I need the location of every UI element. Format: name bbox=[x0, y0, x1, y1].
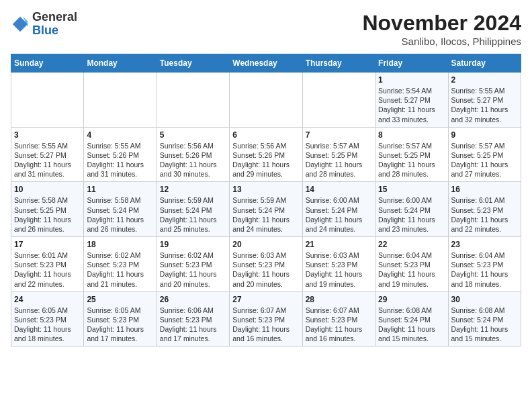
day-number: 26 bbox=[160, 295, 226, 304]
calendar-cell bbox=[157, 73, 229, 128]
weekday-header-row: SundayMondayTuesdayWednesdayThursdayFrid… bbox=[11, 54, 521, 73]
day-info: Sunrise: 6:01 AM Sunset: 5:23 PM Dayligh… bbox=[14, 250, 81, 289]
day-number: 4 bbox=[87, 130, 153, 140]
day-info: Sunrise: 5:55 AM Sunset: 5:26 PM Dayligh… bbox=[87, 141, 153, 179]
day-number: 20 bbox=[232, 240, 299, 249]
weekday-header-friday: Friday bbox=[375, 54, 448, 73]
calendar-cell bbox=[84, 73, 157, 128]
calendar-cell: 3Sunrise: 5:55 AM Sunset: 5:27 PM Daylig… bbox=[11, 127, 84, 182]
day-number: 19 bbox=[160, 240, 226, 249]
calendar-cell: 10Sunrise: 5:58 AM Sunset: 5:25 PM Dayli… bbox=[11, 182, 84, 237]
calendar-cell: 30Sunrise: 6:08 AM Sunset: 5:24 PM Dayli… bbox=[448, 291, 521, 347]
calendar-cell: 6Sunrise: 5:56 AM Sunset: 5:26 PM Daylig… bbox=[230, 127, 302, 182]
day-info: Sunrise: 6:08 AM Sunset: 5:24 PM Dayligh… bbox=[451, 306, 518, 344]
day-info: Sunrise: 6:07 AM Sunset: 5:23 PM Dayligh… bbox=[306, 306, 372, 344]
day-number: 18 bbox=[87, 240, 153, 249]
day-info: Sunrise: 6:05 AM Sunset: 5:23 PM Dayligh… bbox=[87, 306, 153, 344]
day-info: Sunrise: 6:04 AM Sunset: 5:23 PM Dayligh… bbox=[378, 250, 445, 289]
day-info: Sunrise: 5:57 AM Sunset: 5:25 PM Dayligh… bbox=[378, 141, 445, 179]
day-number: 10 bbox=[14, 185, 81, 194]
week-row-1: 1Sunrise: 5:54 AM Sunset: 5:27 PM Daylig… bbox=[11, 73, 521, 128]
calendar-cell: 8Sunrise: 5:57 AM Sunset: 5:25 PM Daylig… bbox=[375, 127, 448, 182]
day-number: 17 bbox=[14, 240, 81, 249]
day-number: 1 bbox=[378, 75, 445, 85]
calendar-cell: 28Sunrise: 6:07 AM Sunset: 5:23 PM Dayli… bbox=[302, 291, 375, 347]
day-number: 5 bbox=[160, 130, 226, 140]
day-number: 25 bbox=[87, 295, 153, 304]
day-info: Sunrise: 5:56 AM Sunset: 5:26 PM Dayligh… bbox=[160, 141, 226, 179]
day-info: Sunrise: 5:59 AM Sunset: 5:24 PM Dayligh… bbox=[160, 195, 226, 234]
calendar-cell: 12Sunrise: 5:59 AM Sunset: 5:24 PM Dayli… bbox=[157, 182, 229, 237]
day-info: Sunrise: 5:57 AM Sunset: 5:25 PM Dayligh… bbox=[451, 141, 518, 179]
calendar-cell bbox=[230, 73, 302, 128]
day-info: Sunrise: 6:01 AM Sunset: 5:23 PM Dayligh… bbox=[451, 195, 518, 234]
day-info: Sunrise: 5:58 AM Sunset: 5:25 PM Dayligh… bbox=[14, 195, 81, 234]
calendar-cell: 5Sunrise: 5:56 AM Sunset: 5:26 PM Daylig… bbox=[157, 127, 229, 182]
day-number: 30 bbox=[451, 295, 518, 304]
week-row-5: 24Sunrise: 6:05 AM Sunset: 5:23 PM Dayli… bbox=[11, 291, 521, 347]
page-header: General Blue November 2024 Sanlibo, Iloc… bbox=[11, 11, 521, 47]
calendar-cell bbox=[11, 73, 84, 128]
day-number: 22 bbox=[378, 240, 445, 249]
logo: General Blue bbox=[11, 11, 77, 38]
calendar-cell: 25Sunrise: 6:05 AM Sunset: 5:23 PM Dayli… bbox=[84, 291, 157, 347]
location: Sanlibo, Ilocos, Philippines bbox=[362, 36, 521, 47]
day-number: 27 bbox=[232, 295, 299, 304]
day-number: 28 bbox=[306, 295, 372, 304]
day-number: 9 bbox=[451, 130, 518, 140]
calendar-cell: 11Sunrise: 5:58 AM Sunset: 5:24 PM Dayli… bbox=[84, 182, 157, 237]
day-info: Sunrise: 6:05 AM Sunset: 5:23 PM Dayligh… bbox=[14, 306, 81, 344]
day-number: 14 bbox=[306, 185, 372, 194]
day-number: 24 bbox=[14, 295, 81, 304]
day-info: Sunrise: 5:59 AM Sunset: 5:24 PM Dayligh… bbox=[232, 195, 299, 234]
svg-marker-0 bbox=[13, 17, 28, 32]
day-info: Sunrise: 6:03 AM Sunset: 5:23 PM Dayligh… bbox=[306, 250, 372, 289]
day-number: 7 bbox=[306, 130, 372, 140]
day-info: Sunrise: 6:02 AM Sunset: 5:23 PM Dayligh… bbox=[87, 250, 153, 289]
calendar-cell: 27Sunrise: 6:07 AM Sunset: 5:23 PM Dayli… bbox=[230, 291, 302, 347]
calendar-cell: 4Sunrise: 5:55 AM Sunset: 5:26 PM Daylig… bbox=[84, 127, 157, 182]
day-info: Sunrise: 5:54 AM Sunset: 5:27 PM Dayligh… bbox=[378, 86, 445, 124]
calendar-cell: 13Sunrise: 5:59 AM Sunset: 5:24 PM Dayli… bbox=[230, 182, 302, 237]
day-info: Sunrise: 5:56 AM Sunset: 5:26 PM Dayligh… bbox=[232, 141, 299, 179]
day-info: Sunrise: 5:55 AM Sunset: 5:27 PM Dayligh… bbox=[14, 141, 81, 179]
calendar-cell: 17Sunrise: 6:01 AM Sunset: 5:23 PM Dayli… bbox=[11, 237, 84, 292]
day-number: 12 bbox=[160, 185, 226, 194]
day-number: 29 bbox=[378, 295, 445, 304]
weekday-header-thursday: Thursday bbox=[302, 54, 375, 73]
calendar-cell bbox=[302, 73, 375, 128]
calendar-cell: 19Sunrise: 6:02 AM Sunset: 5:23 PM Dayli… bbox=[157, 237, 229, 292]
day-number: 8 bbox=[378, 130, 445, 140]
day-number: 15 bbox=[378, 185, 445, 194]
calendar-cell: 7Sunrise: 5:57 AM Sunset: 5:25 PM Daylig… bbox=[302, 127, 375, 182]
day-info: Sunrise: 6:08 AM Sunset: 5:24 PM Dayligh… bbox=[378, 306, 445, 344]
calendar-cell: 9Sunrise: 5:57 AM Sunset: 5:25 PM Daylig… bbox=[448, 127, 521, 182]
calendar-cell: 22Sunrise: 6:04 AM Sunset: 5:23 PM Dayli… bbox=[375, 237, 448, 292]
day-number: 2 bbox=[451, 75, 518, 85]
calendar: SundayMondayTuesdayWednesdayThursdayFrid… bbox=[11, 54, 521, 347]
weekday-header-sunday: Sunday bbox=[11, 54, 84, 73]
calendar-cell: 26Sunrise: 6:06 AM Sunset: 5:23 PM Dayli… bbox=[157, 291, 229, 347]
calendar-cell: 18Sunrise: 6:02 AM Sunset: 5:23 PM Dayli… bbox=[84, 237, 157, 292]
day-number: 6 bbox=[232, 130, 299, 140]
day-info: Sunrise: 5:58 AM Sunset: 5:24 PM Dayligh… bbox=[87, 195, 153, 234]
calendar-cell: 2Sunrise: 5:55 AM Sunset: 5:27 PM Daylig… bbox=[448, 73, 521, 128]
day-info: Sunrise: 6:06 AM Sunset: 5:23 PM Dayligh… bbox=[160, 306, 226, 344]
calendar-cell: 24Sunrise: 6:05 AM Sunset: 5:23 PM Dayli… bbox=[11, 291, 84, 347]
day-number: 23 bbox=[451, 240, 518, 249]
weekday-header-tuesday: Tuesday bbox=[157, 54, 229, 73]
day-number: 3 bbox=[14, 130, 81, 140]
weekday-header-saturday: Saturday bbox=[448, 54, 521, 73]
calendar-cell: 14Sunrise: 6:00 AM Sunset: 5:24 PM Dayli… bbox=[302, 182, 375, 237]
week-row-3: 10Sunrise: 5:58 AM Sunset: 5:25 PM Dayli… bbox=[11, 182, 521, 237]
day-info: Sunrise: 6:03 AM Sunset: 5:23 PM Dayligh… bbox=[232, 250, 299, 289]
calendar-cell: 15Sunrise: 6:00 AM Sunset: 5:24 PM Dayli… bbox=[375, 182, 448, 237]
day-info: Sunrise: 6:04 AM Sunset: 5:23 PM Dayligh… bbox=[451, 250, 518, 289]
logo-icon bbox=[11, 15, 30, 34]
day-number: 11 bbox=[87, 185, 153, 194]
calendar-cell: 1Sunrise: 5:54 AM Sunset: 5:27 PM Daylig… bbox=[375, 73, 448, 128]
title-block: November 2024 Sanlibo, Ilocos, Philippin… bbox=[362, 11, 521, 47]
day-number: 13 bbox=[232, 185, 299, 194]
day-info: Sunrise: 6:07 AM Sunset: 5:23 PM Dayligh… bbox=[232, 306, 299, 344]
logo-text: General Blue bbox=[32, 11, 77, 38]
